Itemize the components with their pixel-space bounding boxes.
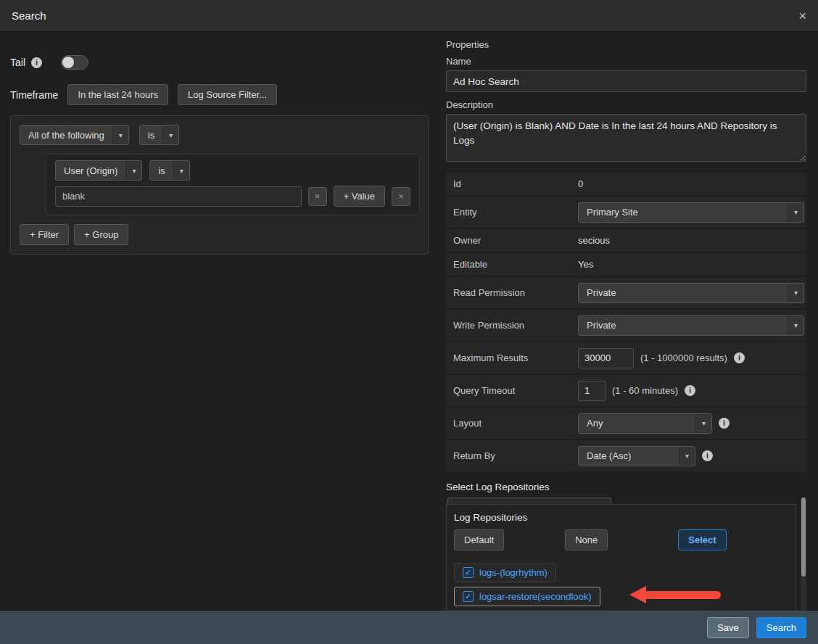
chevron-down-icon: ▾ [788, 203, 803, 222]
field-select[interactable]: User (Origin) ▾ [55, 160, 142, 181]
log-repositories-panel: Log Repositories Default None Select ✓ l… [446, 504, 796, 611]
tail-toggle[interactable] [61, 55, 88, 70]
description-label: Description [446, 99, 806, 110]
remove-value-button[interactable]: × [308, 187, 327, 206]
search-button[interactable]: Search [756, 617, 806, 638]
add-group-button[interactable]: + Group [74, 224, 128, 245]
tail-label: Tail [10, 57, 25, 68]
clipped-scrolled-control [447, 498, 611, 504]
info-icon: i [31, 57, 42, 68]
group-condition-select[interactable]: is ▾ [139, 125, 179, 145]
select-log-repositories-label: Select Log Repositories [446, 482, 806, 492]
property-row-read-permission: Read Permission Private ▾ [446, 277, 806, 308]
default-button[interactable]: Default [454, 529, 504, 550]
checkbox-checked-icon[interactable]: ✓ [463, 591, 474, 602]
dialog-title: Search [12, 9, 46, 22]
chevron-down-icon: ▾ [173, 161, 189, 180]
property-rows: Id 0 Entity Primary Site ▾ Owner secious… [446, 173, 806, 471]
filter-group-box: All of the following ▾ is ▾ User (Origin… [10, 115, 429, 255]
owner-value: secious [578, 235, 610, 246]
search-criteria-panel: Tail i Timeframe In the last 24 hours Lo… [0, 32, 438, 611]
property-row-id: Id 0 [446, 173, 806, 195]
repositories-scroll-area: Log Repositories Default None Select ✓ l… [446, 498, 806, 611]
info-icon: i [702, 450, 713, 461]
toggle-knob [62, 57, 74, 68]
remove-filter-button[interactable]: × [392, 187, 410, 206]
chevron-down-icon: ▾ [679, 447, 695, 466]
editable-value: Yes [578, 259, 593, 270]
scrollbar-track[interactable] [801, 498, 806, 611]
repository-item-logs-logrhythm[interactable]: ✓ logs-(logrhythm) [454, 563, 556, 582]
repository-label: logsar-restore(secondlook) [479, 591, 592, 602]
repository-item-logsar-restore-secondlook[interactable]: ✓ logsar-restore(secondlook) [454, 587, 600, 606]
info-icon: i [719, 418, 730, 429]
query-timeout-hint: (1 - 60 minutes) [612, 385, 678, 396]
chevron-down-icon: ▾ [788, 284, 803, 302]
chevron-down-icon: ▾ [788, 316, 803, 335]
property-row-query-timeout: Query Timeout (1 - 60 minutes) i [446, 375, 806, 406]
id-value: 0 [578, 178, 583, 189]
maximum-results-input[interactable] [578, 348, 634, 368]
close-icon[interactable]: × [798, 9, 806, 22]
chevron-down-icon: ▾ [112, 125, 128, 144]
add-value-button[interactable]: + Value [334, 186, 386, 207]
repository-label: logs-(logrhythm) [479, 567, 548, 578]
info-icon: i [685, 385, 695, 396]
timeframe-label: Timeframe [10, 89, 58, 101]
properties-panel: Properties Name Description (User (Origi… [439, 32, 818, 611]
group-operator-select[interactable]: All of the following ▾ [20, 125, 129, 145]
add-filter-button[interactable]: + Filter [20, 224, 69, 245]
scrollbar-thumb[interactable] [801, 498, 806, 577]
maximum-results-hint: (1 - 1000000 results) [640, 352, 727, 363]
filter-value-input[interactable] [55, 186, 302, 207]
write-permission-select[interactable]: Private ▾ [578, 315, 804, 336]
description-textarea[interactable]: (User (Origin) is Blank) AND Date is In … [446, 114, 806, 162]
chevron-down-icon: ▾ [162, 125, 178, 144]
name-label: Name [446, 56, 806, 67]
timeframe-row: Timeframe In the last 24 hours Log Sourc… [10, 84, 428, 105]
filter-condition-box: User (Origin) ▾ is ▾ × + Value × [46, 154, 420, 215]
chevron-down-icon: ▾ [695, 414, 711, 433]
dialog-titlebar: Search × [0, 0, 818, 32]
property-row-owner: Owner secious [446, 229, 806, 252]
name-input[interactable] [446, 70, 806, 92]
info-icon: i [734, 352, 745, 363]
none-button[interactable]: None [565, 529, 608, 550]
query-timeout-input[interactable] [578, 381, 606, 401]
property-row-write-permission: Write Permission Private ▾ [446, 310, 806, 341]
chevron-down-icon: ▾ [125, 161, 141, 180]
save-button[interactable]: Save [707, 617, 749, 638]
entity-select[interactable]: Primary Site ▾ [578, 202, 804, 223]
select-button[interactable]: Select [678, 529, 726, 550]
log-repositories-title: Log Repositories [454, 512, 788, 523]
field-condition-select[interactable]: is ▾ [149, 160, 189, 181]
property-row-layout: Layout Any ▾ i [446, 408, 806, 439]
property-row-maximum-results: Maximum Results (1 - 1000000 results) i [446, 342, 806, 373]
checkbox-checked-icon[interactable]: ✓ [463, 567, 474, 578]
timeframe-button[interactable]: In the last 24 hours [67, 84, 168, 105]
property-row-editable: Editable Yes [446, 253, 806, 276]
properties-heading: Properties [446, 39, 806, 50]
read-permission-select[interactable]: Private ▾ [578, 283, 804, 303]
layout-select[interactable]: Any ▾ [578, 413, 712, 434]
return-by-select[interactable]: Date (Asc) ▾ [578, 446, 695, 466]
property-row-return-by: Return By Date (Asc) ▾ i [446, 440, 806, 471]
log-source-filter-button[interactable]: Log Source Filter... [178, 84, 277, 105]
tail-row: Tail i [10, 55, 428, 70]
property-row-entity: Entity Primary Site ▾ [446, 197, 806, 228]
dialog-footer: Save Search [0, 611, 818, 644]
